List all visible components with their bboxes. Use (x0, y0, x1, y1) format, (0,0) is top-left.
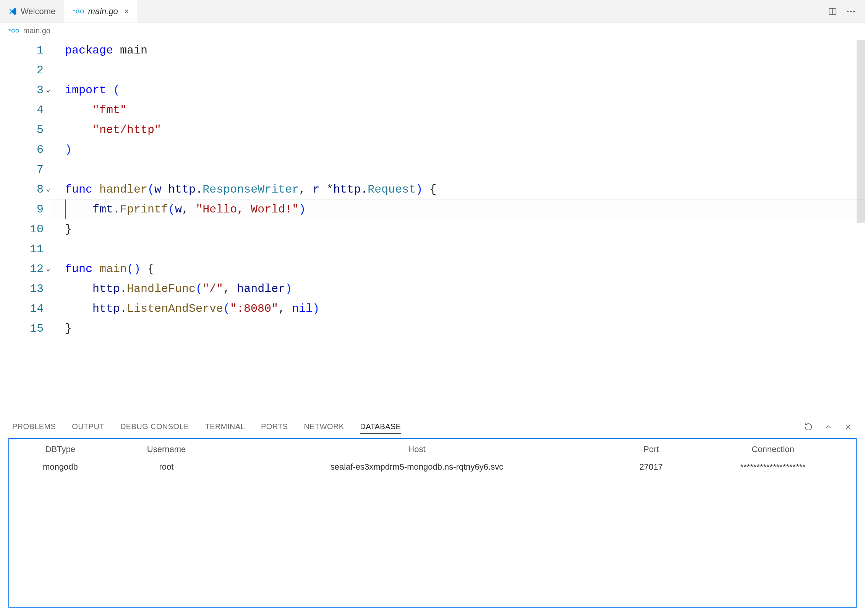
panel-tabs: PROBLEMSOUTPUTDEBUG CONSOLETERMINALPORTS… (0, 416, 865, 438)
app-root: Welcome⁼GOmain.go× ⁼GO main.go 123⌄45678… (0, 0, 865, 616)
line-number: 7 (0, 160, 50, 180)
table-cell: mongodb (9, 458, 112, 476)
tab-label: main.go (88, 6, 118, 16)
go-file-icon: ⁼GO (8, 28, 19, 34)
table-cell: root (112, 458, 222, 476)
panel-tab-network[interactable]: NETWORK (304, 420, 344, 434)
panel-tab-terminal[interactable]: TERMINAL (205, 420, 245, 434)
go-file-icon: ⁼GO (73, 8, 84, 15)
db-col-connection: Connection (690, 439, 856, 458)
line-gutter: 123⌄45678⌄9101112⌄131415 (0, 38, 50, 339)
code-line[interactable]: func main() { (50, 259, 865, 279)
code-line[interactable]: http.HandleFunc("/", handler) (50, 279, 865, 299)
minimap-scrollbar[interactable] (857, 40, 865, 223)
breadcrumb: ⁼GO main.go (0, 23, 865, 38)
line-number: 11 (0, 239, 50, 259)
db-col-username: Username (112, 439, 222, 458)
line-number: 12⌄ (0, 259, 50, 279)
panel-tab-debug-console[interactable]: DEBUG CONSOLE (120, 420, 189, 434)
db-col-dbtype: DBType (9, 439, 112, 458)
db-col-host: Host (221, 439, 612, 458)
code-line[interactable] (50, 239, 865, 259)
close-icon[interactable] (844, 422, 853, 431)
breadcrumb-file[interactable]: main.go (23, 26, 50, 35)
line-number: 13 (0, 279, 50, 299)
panel-tab-ports[interactable]: PORTS (261, 420, 288, 434)
code-area[interactable]: package mainimport ( "fmt" "net/http")fu… (50, 38, 865, 339)
line-number: 4 (0, 100, 50, 120)
code-line[interactable]: package main (50, 41, 865, 60)
database-table: DBTypeUsernameHostPortConnection mongodb… (9, 439, 856, 476)
code-line[interactable]: "fmt" (50, 100, 865, 120)
line-number: 15 (0, 319, 50, 339)
table-cell: ******************** (690, 458, 856, 476)
line-number: 9 (0, 199, 50, 219)
code-line[interactable]: ) (50, 140, 865, 160)
tab-welcome[interactable]: Welcome (0, 0, 64, 23)
table-cell: sealaf-es3xmpdrm5-mongodb.ns-rqtny6y6.sv… (221, 458, 612, 476)
code-line[interactable]: } (50, 219, 865, 239)
table-cell: 27017 (612, 458, 690, 476)
code-line[interactable]: http.ListenAndServe(":8080", nil) (50, 299, 865, 319)
line-number: 14 (0, 299, 50, 319)
close-icon[interactable]: × (124, 7, 129, 16)
code-line[interactable]: } (50, 319, 865, 339)
code-line[interactable]: import ( (50, 80, 865, 100)
panel-tab-output[interactable]: OUTPUT (72, 420, 104, 434)
db-col-port: Port (612, 439, 690, 458)
line-number: 6 (0, 140, 50, 160)
code-line[interactable] (50, 60, 865, 80)
table-row[interactable]: mongodbrootsealaf-es3xmpdrm5-mongodb.ns-… (9, 458, 856, 476)
bottom-panel: PROBLEMSOUTPUTDEBUG CONSOLETERMINALPORTS… (0, 416, 865, 616)
tab-label: Welcome (21, 6, 55, 16)
panel-tab-database[interactable]: DATABASE (360, 420, 401, 434)
code-line[interactable]: func handler(w http.ResponseWriter, r *h… (50, 180, 865, 199)
line-number: 1 (0, 41, 50, 60)
tab-main-go[interactable]: ⁼GOmain.go× (64, 0, 138, 23)
more-actions-icon[interactable] (846, 6, 856, 16)
code-line[interactable]: "net/http" (50, 120, 865, 140)
chevron-up-icon[interactable] (824, 422, 833, 431)
code-line[interactable] (50, 160, 865, 180)
refresh-icon[interactable] (804, 422, 813, 431)
line-number: 8⌄ (0, 180, 50, 199)
vscode-icon (8, 7, 17, 16)
line-number: 5 (0, 120, 50, 140)
database-panel: DBTypeUsernameHostPortConnection mongodb… (8, 438, 857, 608)
split-editor-icon[interactable] (828, 6, 837, 16)
editor[interactable]: 123⌄45678⌄9101112⌄131415 package mainimp… (0, 38, 865, 416)
panel-tab-problems[interactable]: PROBLEMS (12, 420, 56, 434)
code-line[interactable]: fmt.Fprintf(w, "Hello, World!") (50, 199, 865, 219)
panel-actions (804, 422, 853, 431)
tabbar-actions (818, 0, 865, 23)
editor-tabbar: Welcome⁼GOmain.go× (0, 0, 865, 23)
line-number: 2 (0, 60, 50, 80)
line-number: 10 (0, 219, 50, 239)
line-number: 3⌄ (0, 80, 50, 100)
